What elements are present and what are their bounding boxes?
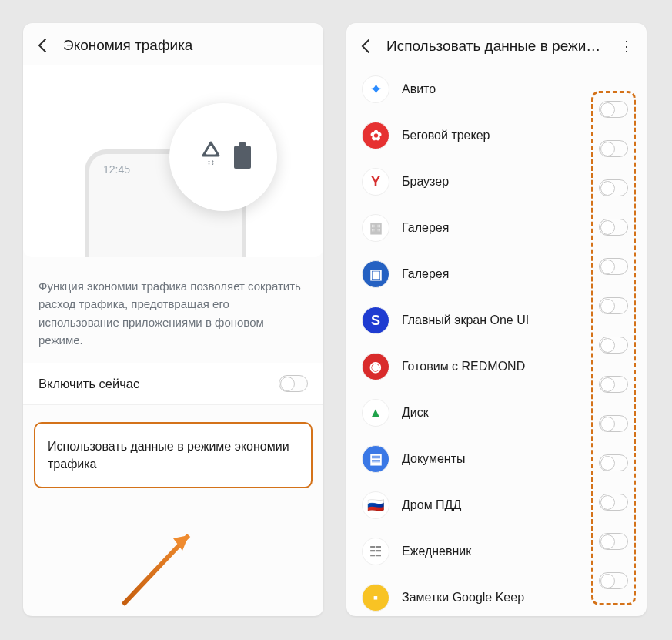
app-icon: ✦ — [362, 75, 389, 103]
mockup-time: 12:45 — [103, 163, 130, 176]
app-icon: ▪ — [362, 584, 389, 612]
back-icon[interactable] — [34, 37, 51, 54]
right-screen: Использовать данные в режим… ⋮ ✦Авито✿Бе… — [346, 23, 647, 616]
illustration: 12:45 ↕↕ — [23, 65, 323, 257]
left-screen: Экономия трафика 12:45 ↕↕ Функция эконом… — [23, 23, 323, 616]
page-title: Экономия трафика — [63, 37, 313, 54]
annotation-arrow — [112, 520, 212, 612]
app-toggle[interactable] — [599, 454, 628, 471]
app-icon: ✿ — [362, 122, 389, 149]
more-icon[interactable]: ⋮ — [617, 37, 636, 55]
description-text: Функция экономии трафика позволяет сокра… — [23, 265, 323, 363]
app-toggle[interactable] — [599, 219, 628, 236]
use-data-label: Использовать данные в режиме экономии тр… — [48, 440, 289, 471]
enable-now-label: Включить сейчас — [38, 377, 139, 391]
app-icon: ▤ — [362, 445, 389, 473]
app-icon: ◉ — [362, 353, 389, 380]
app-icon: ▲ — [362, 399, 389, 427]
app-toggle[interactable] — [599, 572, 628, 589]
app-toggle[interactable] — [599, 101, 628, 118]
header: Экономия трафика — [23, 23, 323, 65]
toggles-annotation-box — [591, 91, 636, 605]
zoom-circle: ↕↕ — [169, 103, 277, 211]
app-icon: S — [362, 307, 389, 334]
app-icon: ▣ — [362, 260, 389, 288]
app-toggle[interactable] — [599, 415, 628, 432]
enable-now-toggle[interactable] — [279, 375, 308, 392]
battery-icon — [234, 146, 251, 169]
app-toggle[interactable] — [599, 140, 628, 157]
data-saver-icon: ↕↕ — [196, 139, 226, 176]
use-data-option[interactable]: Использовать данные в режиме экономии тр… — [34, 422, 313, 488]
app-toggle[interactable] — [599, 297, 628, 314]
app-toggle[interactable] — [599, 533, 628, 550]
back-icon[interactable] — [357, 38, 374, 55]
app-icon: Y — [362, 168, 389, 196]
app-toggle[interactable] — [599, 258, 628, 275]
header: Использовать данные в режим… ⋮ — [346, 23, 647, 66]
app-icon: 🇷🇺 — [362, 491, 389, 519]
svg-text:↕↕: ↕↕ — [207, 158, 215, 166]
app-icon: ▦ — [362, 214, 389, 242]
app-toggle[interactable] — [599, 376, 628, 393]
app-toggle[interactable] — [599, 337, 628, 354]
app-toggle[interactable] — [599, 179, 628, 196]
app-icon: ☷ — [362, 538, 389, 565]
enable-now-row[interactable]: Включить сейчас — [23, 363, 323, 405]
app-toggle[interactable] — [599, 494, 628, 511]
page-title: Использовать данные в режим… — [386, 38, 605, 55]
